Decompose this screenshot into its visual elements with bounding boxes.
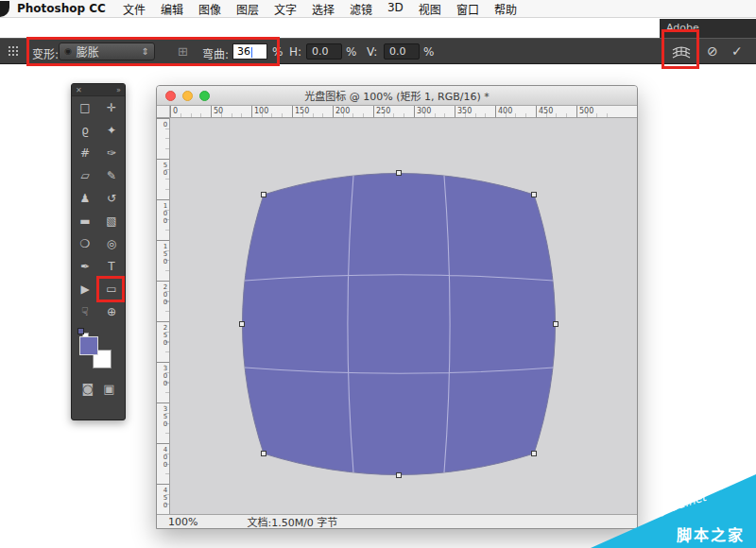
menu-item[interactable]: 视图 [419,1,441,17]
menu-items: 文件编辑图像图层文字选择滤镜3D视图窗口帮助 [123,1,517,17]
lasso-tool[interactable]: ϱ [72,119,98,142]
crop-tool[interactable]: # [72,142,98,164]
brush-tool[interactable]: ✎ [98,164,125,187]
zoom-tool[interactable]: ⊕ [98,300,125,323]
blur-tool[interactable]: ❍ [72,232,98,255]
ruler-tick-label: 350 [157,402,169,443]
type-tool[interactable]: T [98,255,125,278]
ruler-tick-label: 50 [211,106,251,117]
menu-item[interactable]: 图像 [198,1,221,17]
pen-tool[interactable]: ✒ [72,255,98,278]
tool-icon: ♟ [80,193,91,204]
ruler-left[interactable]: 050100150200250300350400450500 [157,118,170,514]
move-tool[interactable]: ✛ [98,96,125,119]
warp-shape[interactable] [243,174,556,475]
warp-anchor[interactable] [397,171,402,176]
warp-anchor[interactable] [262,452,266,456]
warp-preview [170,118,637,514]
menu-item[interactable]: 编辑 [161,1,183,17]
panel-collapse-icon[interactable]: » [116,86,121,94]
warp-orientation-icon [672,45,691,60]
warp-style-value: 膨胀 [77,43,99,60]
dropdown-stepper-icon: ⇕ [142,46,149,57]
tool-grid: □ ✛ ϱ ✦ # ✑ ▱ ✎ ♟ ↺ ▬ ▧ [72,96,125,323]
v-label: V: [367,45,377,59]
eraser-tool[interactable]: ▬ [72,210,98,232]
quick-selection-tool[interactable]: ✦ [98,119,125,142]
bend-label: 弯曲: [202,45,229,61]
ruler-tick-label: 500 [576,106,617,117]
menu-item[interactable]: 滤镜 [350,1,372,17]
warp-anchor[interactable] [554,322,558,327]
document-titlebar[interactable]: 光盘图标 @ 100% (矩形 1, RGB/16) * [157,86,637,106]
h-input[interactable]: 0.0 [306,43,342,60]
warp-anchor[interactable] [262,193,266,197]
warp-anchor[interactable] [397,473,402,478]
menu-item[interactable]: 文件 [123,1,146,17]
menu-item[interactable]: 窗口 [456,1,479,17]
ruler-corner[interactable] [157,106,170,118]
menu-item[interactable]: 选择 [312,1,335,17]
ruler-tick-label: 400 [157,443,169,484]
ruler-tick-label: 50 [157,159,169,199]
path-selection-tool[interactable]: ▶ [72,278,98,300]
tool-icon: T [108,261,114,272]
ruler-tick-label: 0 [157,118,169,159]
dodge-tool[interactable]: ◎ [98,232,125,255]
clone-stamp-tool[interactable]: ♟ [72,187,98,210]
rectangular-marquee-tool[interactable]: □ [72,96,98,119]
tool-preset-icon[interactable] [9,46,22,58]
reference-grid-icon[interactable]: ⊞ [178,45,188,58]
v-unit: % [423,45,434,59]
zoom-button[interactable] [199,91,210,101]
menu-item[interactable]: 文字 [274,1,297,17]
warp-anchor[interactable] [240,322,245,327]
hand-tool[interactable]: ☟ [72,300,98,323]
commit-transform-button[interactable]: ✓ [731,43,743,59]
menu-item[interactable]: 帮助 [494,1,517,17]
panel-close-icon[interactable]: ✕ [76,86,82,94]
ruler-top[interactable]: 050100150200250300350400450500 [170,106,637,118]
v-input[interactable]: 0.0 [384,43,420,60]
quick-mask-icon[interactable]: ◙ [82,382,94,396]
traffic-lights [165,91,210,101]
tool-icon: ↺ [107,193,116,204]
h-unit: % [346,45,356,59]
minimize-button[interactable] [182,91,193,101]
apple-menu-icon[interactable] [0,1,9,17]
ruler-tick-label: 400 [495,106,536,117]
tool-icon: ✎ [107,170,116,181]
healing-brush-tool[interactable]: ▱ [72,164,98,187]
foreground-color-swatch[interactable] [79,336,98,355]
rectangle-tool[interactable]: ▭ [98,278,125,300]
ruler-tick-label: 300 [157,362,169,402]
warp-orientation-button[interactable] [667,43,696,62]
site-watermark: jb51.net 脚本之家 [591,474,756,548]
document-title: 光盘图标 @ 100% (矩形 1, RGB/16) * [304,88,489,103]
menu-item[interactable]: 图层 [236,1,259,17]
menubar-app-name[interactable]: Photoshop CC [17,2,106,15]
tool-icon: ✦ [107,125,116,136]
gradient-tool[interactable]: ▧ [98,210,125,232]
screen-mode-icon[interactable]: ▣ [103,382,114,396]
panel-bottom-icons: ◙ ▣ [72,382,125,396]
canvas[interactable] [170,118,637,514]
tool-icon: ϱ [81,125,89,136]
warp-anchor[interactable] [532,193,537,197]
warp-style-dropdown[interactable]: ◉ 膨胀 ⇕ [59,43,155,60]
close-button[interactable] [165,91,176,101]
history-brush-tool[interactable]: ↺ [98,187,125,210]
ruler-tick-label: 100 [251,106,292,117]
bend-input[interactable]: 36 [232,43,267,60]
document-size-status: 文档:1.50M/0 字节 [247,514,337,529]
cancel-transform-button[interactable]: ⊘ [707,43,718,59]
app-window-title: Adobe Photoshop [660,19,756,38]
document-status-bar: 100% 文档:1.50M/0 字节 [157,514,637,528]
menu-item[interactable]: 3D [387,1,404,17]
eyedropper-tool[interactable]: ✑ [98,142,125,164]
warp-anchor[interactable] [532,452,537,456]
zoom-level[interactable]: 100% [168,516,198,528]
warp-label: 变形: [32,45,59,61]
watermark-site-name: 脚本之家 [677,522,745,545]
ruler-tick-label: 250 [373,106,414,117]
